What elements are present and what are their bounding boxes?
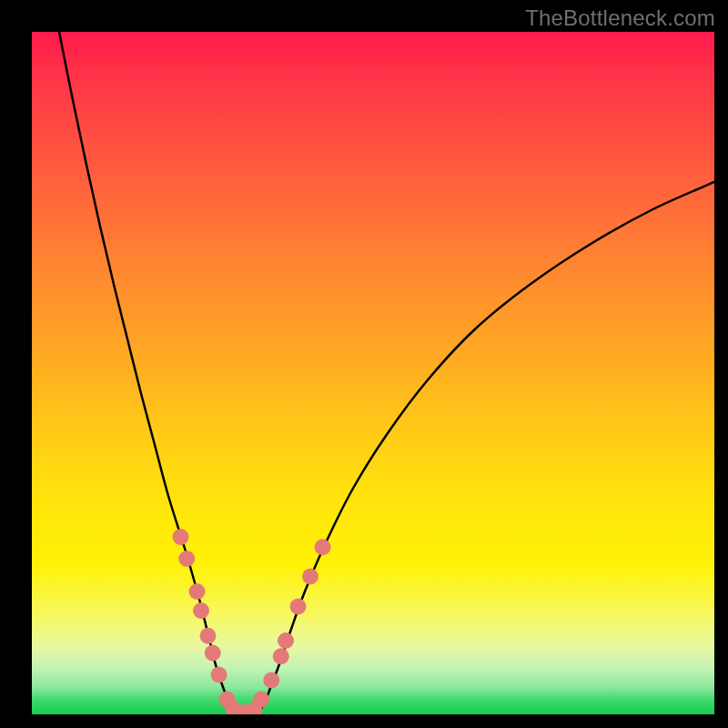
chart-svg: [32, 32, 714, 714]
chart-frame: TheBottleneck.com: [0, 0, 728, 728]
data-marker: [205, 645, 221, 662]
data-marker: [302, 569, 318, 585]
data-marker: [200, 628, 217, 644]
data-marker: [189, 583, 206, 600]
data-marker: [173, 529, 189, 545]
plot-area: [32, 32, 714, 714]
data-markers: [173, 529, 331, 714]
data-marker: [253, 692, 269, 708]
data-marker: [263, 672, 279, 689]
data-marker: [273, 648, 289, 664]
data-marker: [290, 599, 307, 615]
data-marker: [193, 602, 209, 619]
data-marker: [178, 551, 195, 567]
data-marker: [278, 632, 294, 649]
watermark-label: TheBottleneck.com: [525, 5, 715, 31]
curve-left-branch: [59, 32, 237, 714]
data-marker: [315, 539, 331, 555]
curve-right-branch: [258, 182, 715, 714]
data-marker: [211, 667, 228, 683]
